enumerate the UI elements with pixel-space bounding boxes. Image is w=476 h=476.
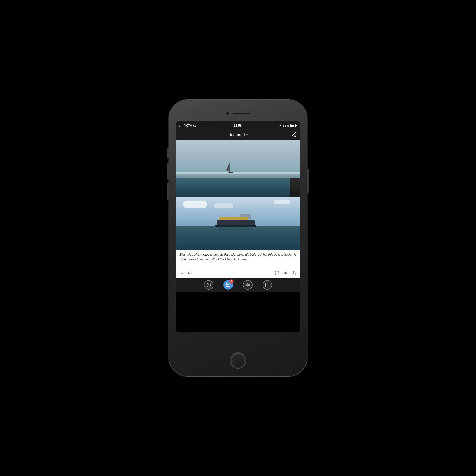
action-left: ☺ 56K [179, 270, 192, 276]
carrier-label: YOTA [185, 124, 192, 127]
signal-bar-2 [181, 125, 181, 127]
like-button[interactable]: ☺ [179, 270, 185, 276]
tab-messages[interactable]: 1 [223, 279, 234, 290]
messages-badge: 1 [229, 279, 234, 284]
camera-icon [226, 112, 229, 115]
signal-bar-3 [182, 125, 182, 127]
cloud-3 [214, 203, 233, 208]
tab-history[interactable] [203, 279, 214, 290]
history-icon [204, 280, 214, 290]
fata-morgana-link[interactable]: Fata Morgana [224, 253, 243, 256]
caption-area: Examples of a mirage known as Fata Morga… [176, 250, 300, 268]
hull-icon [228, 172, 233, 173]
svg-marker-4 [246, 284, 248, 286]
speaker-icon [233, 113, 250, 115]
sky-gradient-bottom [176, 197, 300, 250]
cargo-ship-icon [217, 221, 256, 227]
phone-body: YOTA ▾▴ 22:58 ★ 64 % [169, 100, 307, 376]
comment-button[interactable] [274, 270, 280, 276]
dark-structure [290, 178, 300, 197]
image-bottom [176, 197, 300, 250]
battery-tip [296, 125, 297, 126]
tab-bar: 1 [176, 278, 300, 292]
action-bar: ☺ 56K 1.1K [176, 268, 300, 278]
ship-reflection [217, 228, 255, 230]
nav-title-label: featured [230, 133, 245, 137]
notch-area [226, 112, 250, 115]
volume-up-button[interactable] [167, 163, 169, 180]
ship-hull [215, 225, 256, 227]
cloud-1 [183, 201, 207, 208]
sound-icon [243, 280, 253, 290]
comments-icon [262, 280, 272, 290]
wifi-icon: ▾▴ [193, 124, 196, 127]
signal-bar-4 [183, 124, 184, 127]
home-button-inner [232, 354, 245, 367]
battery-icon [290, 124, 297, 127]
like-count: 56K [187, 271, 192, 275]
sailboat-icon [228, 163, 233, 173]
battery-percent-label: 64 % [283, 124, 289, 127]
power-button[interactable] [307, 169, 309, 193]
phone-device: YOTA ▾▴ 22:58 ★ 64 % [169, 100, 307, 376]
signal-bar-1 [179, 126, 180, 127]
mast-icon [231, 163, 231, 172]
caption-text: Examples of a mirage known as Fata Morga… [179, 252, 297, 262]
tab-comments[interactable] [262, 279, 273, 290]
cloud-2 [274, 200, 290, 204]
volume-down-button[interactable] [167, 183, 169, 200]
image-top [176, 140, 300, 197]
chevron-down-icon: ▾ [246, 133, 248, 136]
ship-deck [219, 217, 248, 221]
sky-gradient-top [176, 140, 300, 197]
action-right: 1.1K [274, 270, 297, 276]
status-time: 22:58 [234, 124, 241, 127]
bluetooth-icon: ★ [279, 124, 282, 127]
status-bar: YOTA ▾▴ 22:58 ★ 64 % [176, 121, 300, 130]
comment-group: 1.1K [274, 270, 287, 276]
mute-button[interactable] [167, 148, 169, 158]
share-button[interactable] [291, 270, 297, 276]
ship-body [217, 221, 255, 225]
nav-title-area[interactable]: featured ▾ [230, 133, 247, 137]
sail-icon [226, 163, 230, 172]
waves-top [176, 172, 300, 178]
home-button[interactable] [230, 352, 246, 369]
battery-fill [291, 125, 294, 127]
status-left: YOTA ▾▴ [179, 124, 196, 127]
battery-body [290, 124, 296, 127]
nav-bar: featured ▾ [176, 130, 300, 140]
comment-count: 1.1K [281, 271, 287, 275]
shuffle-button[interactable] [291, 131, 297, 138]
signal-bars-icon [179, 124, 184, 127]
phone-screen: YOTA ▾▴ 22:58 ★ 64 % [176, 121, 300, 332]
status-right: ★ 64 % [279, 124, 297, 127]
tab-sound[interactable] [242, 279, 253, 290]
